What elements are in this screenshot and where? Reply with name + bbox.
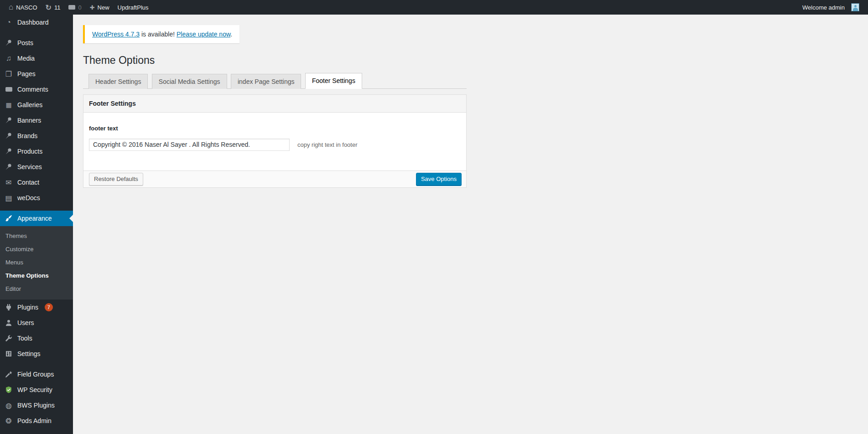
restore-defaults-button[interactable]: Restore Defaults: [89, 173, 143, 186]
envelope-icon: [4, 178, 13, 187]
notice-text: is available!: [141, 31, 175, 38]
pushpin-icon: [4, 39, 13, 46]
pushpin-icon: [4, 117, 13, 124]
update-icon: [46, 3, 52, 12]
pages-icon: [4, 70, 13, 78]
sidebar-item-brands[interactable]: Brands: [0, 128, 73, 144]
my-account-menu[interactable]: Welcome admin: [798, 0, 863, 15]
updraftplus-menu[interactable]: UpdraftPlus: [114, 0, 153, 15]
appearance-submenu: Themes Customize Menus Theme Options Edi…: [0, 226, 73, 300]
bws-logo-icon: [4, 401, 13, 410]
updates-menu[interactable]: 11: [42, 0, 65, 15]
tab-social-media-settings[interactable]: Social Media Settings: [152, 74, 227, 89]
pushpin-icon: [4, 132, 13, 140]
comment-bubble-icon: [68, 5, 75, 10]
sidebar-item-posts[interactable]: Posts: [0, 35, 73, 51]
site-menu[interactable]: NASCO: [5, 0, 42, 15]
sidebar-item-dashboard[interactable]: Dashboard: [0, 15, 73, 30]
sidebar-item-wedocs[interactable]: weDocs: [0, 190, 73, 206]
footer-text-label: footer text: [89, 125, 461, 132]
paintbrush-icon: [4, 215, 13, 222]
admin-bar-left: NASCO 11 0 New UpdraftPlus: [5, 0, 153, 15]
grid-icon: [4, 101, 13, 108]
wrench-icon: [4, 335, 13, 342]
tab-footer-settings[interactable]: Footer Settings: [305, 73, 362, 89]
pods-logo-icon: [4, 417, 13, 425]
new-label: New: [98, 4, 109, 11]
submenu-item-theme-options[interactable]: Theme Options: [0, 269, 73, 282]
main-content: WordPress 4.7.3 is available! Please upd…: [73, 15, 868, 434]
comment-count: 0: [78, 4, 81, 11]
dashboard-icon: [4, 18, 13, 26]
media-icon: [4, 54, 13, 62]
comments-menu[interactable]: 0: [64, 0, 85, 15]
submenu-item-editor[interactable]: Editor: [0, 282, 73, 295]
users-icon: [4, 319, 13, 326]
welcome-text: Welcome admin: [802, 4, 845, 11]
sidebar-item-plugins[interactable]: Plugins 7: [0, 300, 73, 315]
sidebar-item-field-groups[interactable]: Field Groups: [0, 367, 73, 382]
sidebar-item-settings[interactable]: Settings: [0, 346, 73, 362]
home-icon: [9, 3, 13, 12]
updraftplus-label: UpdraftPlus: [118, 4, 149, 11]
sidebar-item-pods-admin[interactable]: Pods Admin: [0, 413, 73, 429]
admin-bar-right: Welcome admin: [798, 0, 863, 15]
avatar: [851, 3, 859, 11]
update-count: 11: [54, 4, 61, 11]
plugins-update-badge: 7: [45, 303, 53, 311]
panel-body: footer text copy right text in footer: [83, 113, 466, 170]
new-content-menu[interactable]: New: [86, 0, 114, 15]
sidebar-item-media[interactable]: Media: [0, 51, 73, 66]
sliders-icon: [4, 350, 13, 357]
save-options-button[interactable]: Save Options: [416, 173, 462, 186]
sidebar-item-wp-security[interactable]: WP Security: [0, 382, 73, 398]
submenu-item-customize[interactable]: Customize: [0, 243, 73, 256]
sidebar-item-users[interactable]: Users: [0, 315, 73, 331]
footer-text-row: copy right text in footer: [89, 139, 461, 151]
plugin-icon: [4, 304, 13, 311]
plus-icon: [90, 4, 95, 11]
footer-text-help: copy right text in footer: [297, 141, 358, 148]
sidebar-item-comments[interactable]: Comments: [0, 82, 73, 97]
carrot-icon: [4, 371, 13, 378]
sidebar-separator: [0, 362, 73, 367]
site-name: NASCO: [16, 4, 37, 11]
notice-period: .: [230, 31, 232, 38]
panel-footer: Restore Defaults Save Options: [83, 170, 466, 187]
tab-index-page-settings[interactable]: index Page Settings: [231, 74, 301, 89]
sidebar-item-banners[interactable]: Banners: [0, 113, 73, 128]
footer-settings-panel: Footer Settings footer text copy right t…: [83, 94, 467, 188]
wordpress-version-link[interactable]: WordPress 4.7.3: [92, 31, 140, 38]
pushpin-icon: [4, 163, 13, 170]
sidebar: Dashboard Posts Media Pages Comments Gal…: [0, 15, 73, 434]
sidebar-item-bws-plugins[interactable]: BWS Plugins: [0, 398, 73, 413]
sidebar-item-tools[interactable]: Tools: [0, 331, 73, 346]
page-title: Theme Options: [83, 54, 859, 67]
sidebar-item-pages[interactable]: Pages: [0, 66, 73, 82]
tab-header-settings[interactable]: Header Settings: [88, 74, 148, 89]
sidebar-item-contact[interactable]: Contact: [0, 175, 73, 190]
document-icon: [4, 194, 13, 202]
admin-bar: NASCO 11 0 New UpdraftPlus Welcome admin: [0, 0, 868, 15]
panel-title: Footer Settings: [83, 95, 466, 113]
comment-bubble-icon: [4, 87, 13, 92]
sidebar-item-services[interactable]: Services: [0, 159, 73, 175]
update-notice: WordPress 4.7.3 is available! Please upd…: [83, 25, 239, 43]
sidebar-item-galleries[interactable]: Galleries: [0, 97, 73, 113]
tab-bar: Header Settings Social Media Settings in…: [83, 73, 467, 89]
submenu-item-themes[interactable]: Themes: [0, 229, 73, 243]
sidebar-item-appearance[interactable]: Appearance: [0, 211, 73, 226]
sidebar-separator: [0, 30, 73, 35]
sidebar-item-products[interactable]: Products: [0, 144, 73, 159]
sidebar-separator: [0, 206, 73, 211]
update-now-link[interactable]: Please update now: [177, 31, 230, 38]
pushpin-icon: [4, 148, 13, 155]
shield-icon: [4, 386, 13, 393]
submenu-item-menus[interactable]: Menus: [0, 256, 73, 269]
footer-text-input[interactable]: [89, 139, 290, 151]
